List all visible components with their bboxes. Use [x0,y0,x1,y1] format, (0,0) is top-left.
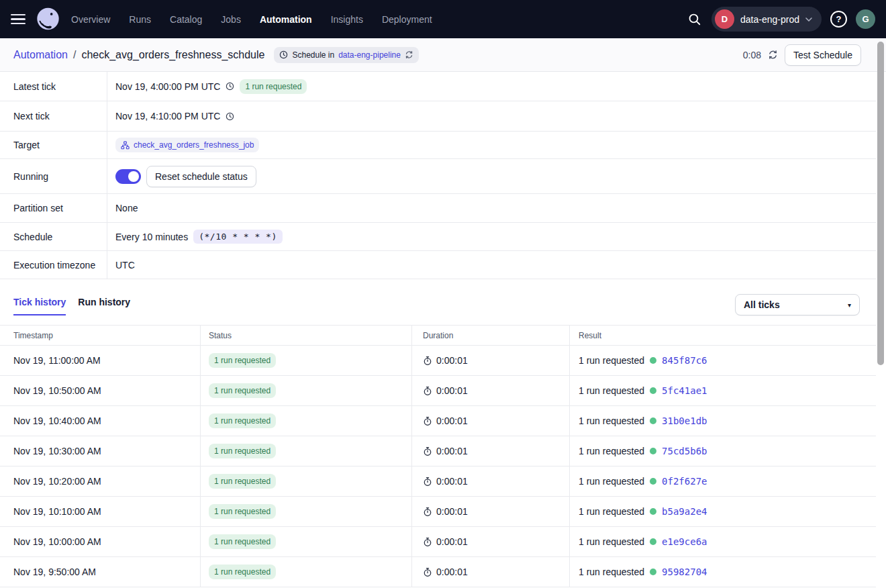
running-row: Running Reset schedule status [0,159,876,194]
schedule-details: Latest tick Nov 19, 4:00:00 PM UTC 1 run… [0,72,886,279]
deployment-switcher[interactable]: D data-eng-prod [711,7,822,32]
stopwatch-icon [423,446,432,456]
tick-duration: 0:00:01 [436,567,468,577]
timezone-row: Execution timezone UTC [0,251,876,279]
tick-status-badge: 1 run requested [209,504,276,519]
nav-item[interactable]: Automation [260,14,312,25]
nav-item[interactable]: Deployment [382,14,432,25]
tick-row: Nov 19, 10:00:00 AM 1 run requested 0:00… [0,527,876,557]
reload-icon[interactable] [405,50,413,59]
run-id-link[interactable]: 845f87c6 [662,355,707,366]
code-location-link[interactable]: data-eng-pipeline [338,50,401,60]
page-title: check_avg_orders_freshness_schdule [81,49,264,61]
run-id-link[interactable]: 75cd5b6b [662,446,707,456]
row-label: Execution timezone [0,251,107,279]
tick-result-label: 1 run requested [579,476,644,487]
caret-down-icon: ▾ [848,301,851,309]
run-status-dot [650,508,656,515]
page-header: Automation / check_avg_orders_freshness_… [0,38,886,72]
row-label: Next tick [0,101,107,131]
nav-right: D data-eng-prod ? G [685,7,875,32]
stopwatch-icon [423,507,432,517]
run-id-link[interactable]: 0f2f627e [662,476,707,487]
cron-expression: (*/10 * * * *) [193,230,283,244]
menu-icon[interactable] [11,13,27,26]
next-tick-time: Nov 19, 4:10:00 PM UTC [115,111,220,121]
latest-tick-status-badge: 1 run requested [240,79,307,94]
tick-row: Nov 19, 10:10:00 AM 1 run requested 0:00… [0,497,876,527]
tick-status-badge: 1 run requested [209,474,276,489]
run-id-link[interactable]: 31b0e1db [662,415,707,426]
stopwatch-icon [423,477,432,487]
stopwatch-icon [423,567,432,577]
partition-set-row: Partition set None [0,194,876,223]
chevron-down-icon [805,17,812,21]
run-status-dot [650,569,656,575]
breadcrumb-automation-link[interactable]: Automation [13,49,68,61]
tick-duration: 0:00:01 [436,355,468,366]
row-label: Running [0,159,107,193]
dagster-logo-icon[interactable] [36,7,60,32]
nav-item[interactable]: Catalog [170,14,202,25]
tick-result-label: 1 run requested [579,385,644,396]
tick-timestamp: Nov 19, 9:50:00 AM [13,567,96,577]
running-toggle[interactable] [115,169,141,184]
history-header: Tick history Run history All ticks ▾ [0,279,876,315]
header-result: Result [570,326,876,345]
stopwatch-icon [423,386,432,396]
tick-duration: 0:00:01 [436,506,468,517]
refresh-icon[interactable] [768,50,778,60]
reset-schedule-status-button[interactable]: Reset schedule status [146,166,256,187]
stopwatch-icon [423,416,432,426]
tick-history-table: Timestamp Status Duration Result Nov 19,… [0,325,876,587]
vertical-scrollbar[interactable] [877,42,884,365]
tick-status-badge: 1 run requested [209,413,276,428]
run-id-link[interactable]: 95982704 [662,567,707,577]
nav-items: Overview Runs Catalog Jobs Automation In… [71,14,432,25]
clock-icon [226,112,234,121]
next-tick-row: Next tick Nov 19, 4:10:00 PM UTC [0,101,876,132]
run-id-link[interactable]: 5fc41ae1 [662,385,707,396]
table-header-row: Timestamp Status Duration Result [0,325,876,346]
latest-tick-time: Nov 19, 4:00:00 PM UTC [115,81,220,92]
nav-item[interactable]: Overview [71,14,110,25]
nav-item[interactable]: Runs [129,14,151,25]
tick-timestamp: Nov 19, 10:20:00 AM [13,476,101,487]
user-avatar[interactable]: G [856,9,875,29]
row-label: Partition set [0,194,107,222]
header-timestamp: Timestamp [0,326,201,345]
breadcrumb-separator: / [73,49,76,61]
tick-duration: 0:00:01 [436,415,468,426]
history-tab[interactable]: Run history [78,294,130,315]
target-job-link[interactable]: check_avg_orders_freshness_job [115,138,259,152]
clock-icon [279,50,288,59]
nav-item[interactable]: Jobs [221,14,241,25]
run-id-link[interactable]: e1e9ce6a [662,536,707,547]
search-icon[interactable] [685,11,703,28]
deployment-name: data-eng-prod [740,14,799,25]
header-actions: 0:08 Test Schedule [743,44,861,66]
row-label: Schedule [0,223,107,250]
badge-prefix: Schedule in [292,50,334,60]
schedule-description: Every 10 minutes [115,232,188,242]
row-label: Target [0,132,107,158]
tick-row: Nov 19, 10:30:00 AM 1 run requested 0:00… [0,436,876,467]
tick-row: Nov 19, 9:50:00 AM 1 run requested 0:00:… [0,557,876,587]
test-schedule-button[interactable]: Test Schedule [785,44,861,66]
history-tab[interactable]: Tick history [13,294,66,315]
tick-timestamp: Nov 19, 11:00:00 AM [13,355,101,366]
tick-row: Nov 19, 10:20:00 AM 1 run requested 0:00… [0,467,876,497]
run-status-dot [650,357,656,364]
run-status-dot [650,418,656,424]
run-id-link[interactable]: b5a9a2e4 [662,506,707,517]
tick-result-label: 1 run requested [579,355,644,366]
help-icon[interactable]: ? [830,11,847,28]
tick-filter-select[interactable]: All ticks ▾ [735,294,860,315]
tick-result-label: 1 run requested [579,536,644,547]
tick-duration: 0:00:01 [436,385,468,396]
history-tabs: Tick history Run history [13,294,130,315]
run-status-dot [650,478,656,485]
tick-duration: 0:00:01 [436,536,468,547]
tick-row: Nov 19, 10:40:00 AM 1 run requested 0:00… [0,406,876,436]
nav-item[interactable]: Insights [331,14,363,25]
